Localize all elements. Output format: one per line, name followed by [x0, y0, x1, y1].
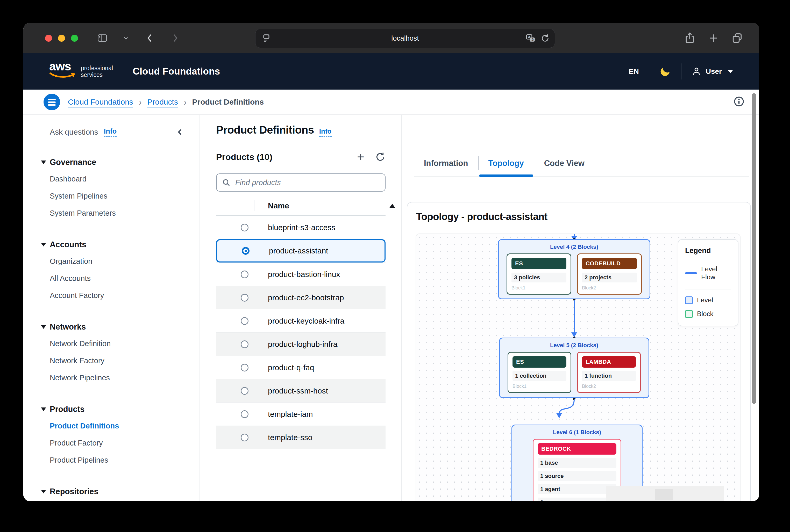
level-node-5[interactable]: Level 5 (2 Blocks)ES1 collectionBlock1LA… — [499, 338, 649, 398]
sidebar-item-organization[interactable]: Organization — [23, 253, 200, 270]
user-label: User — [706, 67, 722, 76]
chevron-down-icon[interactable] — [122, 34, 130, 42]
radio-button[interactable] — [241, 434, 249, 441]
radio-button[interactable] — [242, 247, 250, 255]
sidebar-section-header-repositories[interactable]: Repositories — [23, 483, 200, 500]
reload-icon[interactable] — [540, 33, 550, 43]
url-text[interactable]: localhost — [256, 34, 555, 42]
flow-minimap[interactable] — [606, 486, 724, 501]
back-button[interactable] — [144, 32, 156, 44]
info-icon[interactable] — [733, 96, 745, 108]
sidebar-item-all-repositories[interactable]: All Repositories — [23, 500, 200, 501]
radio-button[interactable] — [241, 340, 249, 348]
share-icon[interactable] — [684, 32, 695, 44]
block-detail: 1 function — [582, 371, 636, 381]
sidebar-section-label: Networks — [50, 322, 86, 331]
radio-button[interactable] — [241, 294, 249, 302]
table-row-product-q-faq[interactable]: product-q-faq — [216, 356, 386, 379]
sidebar-item-network-pipelines[interactable]: Network Pipelines — [23, 369, 200, 386]
block-label: Block — [697, 310, 714, 318]
tab-code-view[interactable]: Code View — [534, 150, 594, 176]
legend-panel: Legend Level Flow Level — [678, 239, 738, 326]
sort-ascending-icon[interactable] — [389, 204, 396, 208]
breadcrumb-item-cloud-foundations[interactable]: Cloud Foundations — [68, 98, 133, 107]
triangle-down-icon — [41, 490, 46, 493]
table-row-template-sso[interactable]: template-sso — [216, 425, 386, 449]
legend-title: Legend — [685, 246, 731, 255]
minimize-window-button[interactable] — [58, 35, 65, 42]
table-row-template-iam[interactable]: template-iam — [216, 402, 386, 425]
radio-button[interactable] — [241, 387, 249, 395]
table-row-product-ssm-host[interactable]: product-ssm-host — [216, 379, 386, 402]
sidebar-section-header-networks[interactable]: Networks — [23, 319, 200, 335]
refresh-icon[interactable] — [375, 152, 386, 162]
triangle-down-icon — [41, 243, 46, 246]
level-node-4[interactable]: Level 4 (2 Blocks)ES3 policiesBlock1CODE… — [498, 239, 650, 299]
radio-button[interactable] — [241, 364, 249, 372]
table-row-product-loghub-infra[interactable]: product-loghub-infra — [216, 332, 386, 356]
side-navigation: Ask questions Info GovernanceDashboardSy… — [23, 115, 200, 501]
topology-canvas[interactable]: Level 4 (2 Blocks)ES3 policiesBlock1CODE… — [416, 233, 740, 501]
table-row-product-keycloak-infra[interactable]: product-keycloak-infra — [216, 309, 386, 332]
user-menu[interactable]: User — [691, 66, 733, 77]
header-divider — [649, 63, 649, 79]
zoom-window-button[interactable] — [71, 35, 78, 42]
sidebar-item-system-pipelines[interactable]: System Pipelines — [23, 187, 200, 205]
table-row-product-ec2-bootstrap[interactable]: product-ec2-bootstrap — [216, 286, 386, 309]
sidebar-item-product-definitions[interactable]: Product Definitions — [23, 417, 200, 434]
language-selector[interactable]: EN — [629, 67, 639, 76]
level-flow-swatch — [685, 272, 697, 274]
sidebar-item-network-factory[interactable]: Network Factory — [23, 352, 200, 369]
block-detail: 1 base — [538, 458, 617, 468]
radio-button[interactable] — [241, 270, 249, 278]
block-card-es[interactable]: ES1 collectionBlock1 — [508, 352, 571, 393]
close-window-button[interactable] — [45, 35, 52, 42]
breadcrumb-separator-icon: › — [184, 96, 187, 108]
sidebar-item-system-parameters[interactable]: System Parameters — [23, 205, 200, 222]
sidebar-section-header-governance[interactable]: Governance — [23, 154, 200, 170]
radio-button[interactable] — [241, 410, 249, 418]
page-title: Product Definitions — [216, 124, 314, 136]
forward-button[interactable] — [169, 32, 181, 44]
block-card-lambda[interactable]: LAMBDA1 functionBlock2 — [577, 352, 641, 393]
detail-pane: InformationTopologyCode View Topology - … — [402, 115, 759, 501]
table-row-product-bastion-linux[interactable]: product-bastion-linux — [216, 263, 386, 286]
page-scrollbar[interactable] — [752, 93, 756, 404]
address-bar[interactable]: localhost A ✲ — [255, 29, 555, 48]
tab-overview-icon[interactable] — [731, 32, 743, 44]
sidebar-section-header-accounts[interactable]: Accounts — [23, 236, 200, 253]
sidebar-toggle-icon[interactable] — [97, 32, 108, 44]
sidebar-item-network-definition[interactable]: Network Definition — [23, 335, 200, 352]
service-badge-lambda: LAMBDA — [582, 356, 636, 367]
search-products-field[interactable] — [216, 173, 386, 192]
radio-button[interactable] — [241, 224, 249, 231]
sidebar-item-product-pipelines[interactable]: Product Pipelines — [23, 452, 200, 469]
search-input[interactable] — [235, 178, 380, 187]
ask-questions-info-link[interactable]: Info — [104, 127, 116, 137]
level-swatch — [685, 297, 693, 304]
name-column-header[interactable]: Name — [268, 202, 289, 210]
add-product-button[interactable]: + — [357, 151, 364, 163]
page-title-info-link[interactable]: Info — [319, 127, 332, 137]
dark-mode-moon-icon[interactable] — [659, 65, 671, 77]
tab-information[interactable]: Information — [414, 150, 478, 176]
table-row-product-assistant[interactable]: product-assistant — [216, 239, 386, 263]
sidebar-item-product-factory[interactable]: Product Factory — [23, 434, 200, 452]
menu-button[interactable] — [43, 94, 60, 110]
block-detail: 2 projects — [582, 272, 637, 282]
block-card-es[interactable]: ES3 policiesBlock1 — [507, 253, 571, 294]
level-title: Level 6 (1 Blocks) — [512, 429, 642, 436]
radio-button[interactable] — [241, 317, 249, 325]
breadcrumb-item-products[interactable]: Products — [147, 98, 178, 107]
table-row-blueprint-s3-access[interactable]: blueprint-s3-access — [216, 216, 386, 239]
new-tab-icon[interactable] — [708, 33, 719, 43]
tab-topology[interactable]: Topology — [479, 150, 534, 176]
sidebar-item-all-accounts[interactable]: All Accounts — [23, 270, 200, 287]
block-card-codebuild[interactable]: CODEBUILD2 projectsBlock2 — [577, 253, 642, 294]
collapse-sidebar-button[interactable] — [176, 128, 184, 136]
sidebar-item-dashboard[interactable]: Dashboard — [23, 170, 200, 187]
breadcrumb-item-product-definitions: Product Definitions — [192, 98, 264, 107]
sidebar-section-header-products[interactable]: Products — [23, 401, 200, 417]
translate-icon[interactable]: A ✲ — [525, 33, 536, 43]
sidebar-item-account-factory[interactable]: Account Factory — [23, 287, 200, 304]
